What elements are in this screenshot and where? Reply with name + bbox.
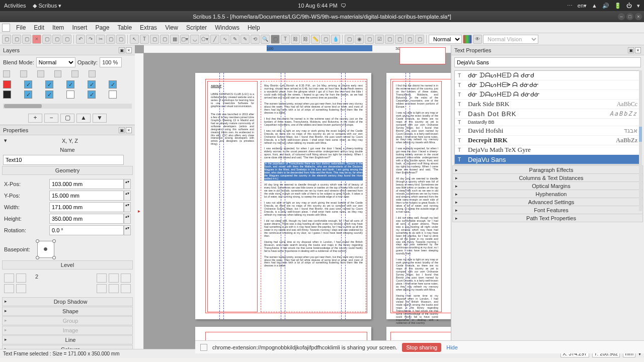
menu-insert[interactable]: Insert xyxy=(68,23,91,32)
select-icon[interactable]: ↖ xyxy=(130,35,139,44)
cms-icon[interactable] xyxy=(463,35,472,44)
close-button[interactable]: × xyxy=(635,13,642,20)
canvas[interactable]: 100300 ABOUT LIBRE GRAPHICS CLUB (LGC) i… xyxy=(135,45,451,349)
font-list-scrollbar[interactable] xyxy=(639,70,642,211)
pdf-link-icon[interactable]: ▢ xyxy=(415,35,424,44)
section-colours[interactable]: Colours xyxy=(2,345,133,349)
volume-icon[interactable]: 🔊 xyxy=(602,3,609,9)
font-option[interactable]: TDash Dot BRKAaBbZz xyxy=(455,109,640,119)
accordion-paragraph-effects[interactable]: ▸Paragraph Effects xyxy=(452,165,643,174)
vision-select[interactable]: Normal Vision xyxy=(483,35,538,44)
accordion-font-features[interactable]: ▸Font Features xyxy=(452,206,643,214)
level-down-icon[interactable] xyxy=(16,284,26,293)
undo-icon[interactable]: ↶ xyxy=(76,35,85,44)
layers-undock-icon[interactable]: ▣ xyxy=(119,47,125,53)
layer-add-button[interactable]: + xyxy=(28,114,42,123)
menu-edit[interactable]: Edit xyxy=(30,23,48,32)
accordion-path-text[interactable]: ▸Path Text Properties xyxy=(452,214,643,222)
pdf-list-icon[interactable]: ▢ xyxy=(395,35,404,44)
page-next-right[interactable] xyxy=(386,327,451,342)
menu-view[interactable]: View xyxy=(161,23,182,32)
copy-props-icon[interactable]: ▢ xyxy=(321,35,330,44)
blend-mode-select[interactable]: Normal xyxy=(36,57,75,67)
xpos-input[interactable] xyxy=(49,179,124,189)
save-icon[interactable]: ▢ xyxy=(22,35,31,44)
pdf-annot-icon[interactable]: ▢ xyxy=(405,35,414,44)
section-line[interactable]: Line xyxy=(2,335,133,344)
section-shape[interactable]: Shape xyxy=(2,307,133,316)
layers-close-icon[interactable]: × xyxy=(126,47,132,53)
props-close-icon[interactable]: × xyxy=(126,127,132,133)
pdf-radio-icon[interactable]: ◉ xyxy=(355,35,364,44)
font-option-selected[interactable]: TDejaVu Sans xyxy=(455,155,640,164)
unlink-frames-icon[interactable]: ⛓ xyxy=(301,35,310,44)
width-input[interactable] xyxy=(49,202,124,212)
font-option[interactable]: TDejaVu Math TeX Gyre xyxy=(455,145,640,155)
level-top-icon[interactable] xyxy=(4,274,14,283)
zoom-icon[interactable]: 🔍 xyxy=(261,35,270,44)
menu-extras[interactable]: Extras xyxy=(136,23,161,32)
noprint-icon[interactable] xyxy=(121,284,131,293)
group-icon[interactable] xyxy=(109,284,119,293)
rotate-icon[interactable]: ⟲ xyxy=(251,35,260,44)
menu-item[interactable]: Item xyxy=(48,23,68,32)
font-option[interactable]: Tᑯᓃ ᗪᗩᔕᕼᗴᗓ ᗩ ᑯᓃᑯᓃ xyxy=(455,80,640,90)
measure-icon[interactable]: 📏 xyxy=(311,35,320,44)
minimize-button[interactable]: – xyxy=(618,13,625,20)
accordion-hyphenation[interactable]: ▸Hyphenation xyxy=(452,190,643,198)
pdf-check-icon[interactable]: ☑ xyxy=(375,35,384,44)
accordion-columns[interactable]: ▸Columns & Text Distances xyxy=(452,173,643,182)
redo-icon[interactable]: ↷ xyxy=(86,35,95,44)
pdf-pushbutton-icon[interactable]: ▢ xyxy=(345,35,354,44)
xyz-section[interactable]: X, Y, Z xyxy=(9,138,131,144)
font-family-dropdown[interactable]: Tᑯᓃ ᗪᗩᔕᕼᗴᗪ ᗩ ᑯᓂᑯ Tᑯᓃ ᗪᗩᔕᕼᗴᗓ ᗩ ᑯᓃᑯᓃ Tᑯᓃ ᗪ… xyxy=(454,70,641,165)
close-doc-icon[interactable]: × xyxy=(32,35,41,44)
font-option[interactable]: TDastardly BB xyxy=(455,119,640,126)
edit-contents-icon[interactable]: ▢ xyxy=(271,35,280,44)
pdf-text-icon[interactable]: ▢ xyxy=(365,35,374,44)
accordion-optical-margins[interactable]: ▸Optical Margins xyxy=(452,182,643,190)
preview-mode-select[interactable]: Normal xyxy=(429,35,462,44)
activities-button[interactable]: Activities xyxy=(4,3,26,9)
page-right[interactable]: I find that the district he named is in … xyxy=(386,73,451,319)
layer-row[interactable]: ✓✓✓✓✓ xyxy=(3,79,132,89)
shape-icon[interactable]: ▢▾ xyxy=(180,35,189,44)
flip-v-icon[interactable] xyxy=(109,274,119,283)
network-icon[interactable]: ▲ xyxy=(592,3,597,9)
lock-size-icon[interactable] xyxy=(97,284,107,293)
arc-icon[interactable]: ◡ xyxy=(190,35,199,44)
font-option[interactable]: Tᑯᓃ ᗪᗩᔕᕼᗴᗪ ᗩ ᑯᓃᑯᓃ xyxy=(455,90,640,100)
app-indicator-icon[interactable]: ⋯ xyxy=(567,3,573,9)
preview-icon[interactable]: 👁 xyxy=(473,35,482,44)
font-option[interactable]: TDark Side BRKAaBbCc xyxy=(455,100,640,109)
notification-icon[interactable]: 🗨 xyxy=(341,3,346,9)
menu-file[interactable]: File xyxy=(12,23,30,32)
layer-list[interactable]: ✓✓✓✓✓ ✓✓✓ xyxy=(0,78,135,101)
hide-share-button[interactable]: Hide xyxy=(446,344,458,350)
layer-dup-button[interactable]: ▢ xyxy=(60,114,74,123)
menu-windows[interactable]: Windows xyxy=(211,23,244,32)
menu-scripter[interactable]: Scripter xyxy=(182,23,211,32)
new-icon[interactable]: ▢ xyxy=(2,35,11,44)
page-next-left[interactable] xyxy=(195,327,371,342)
level-bottom-icon[interactable] xyxy=(4,284,14,293)
menu-page[interactable]: Page xyxy=(91,23,113,32)
polygon-icon[interactable]: ⬠▾ xyxy=(200,35,209,44)
layer-down-button[interactable]: ▼ xyxy=(93,114,107,123)
layer-remove-button[interactable]: − xyxy=(44,114,58,123)
menu-table[interactable]: Table xyxy=(113,23,136,32)
paste-icon[interactable]: ▢ xyxy=(116,35,125,44)
link-frames-icon[interactable]: ⛓ xyxy=(291,35,300,44)
height-input[interactable] xyxy=(49,214,124,224)
stop-sharing-button[interactable]: Stop sharing xyxy=(402,343,441,352)
accordion-advanced[interactable]: ▸Advanced Settings xyxy=(452,198,643,206)
flip-h-icon[interactable] xyxy=(97,274,107,283)
battery-icon[interactable]: 🔋 xyxy=(614,3,621,9)
selected-text[interactable]: [In the population of Transylvania there… xyxy=(264,162,363,180)
edit-text-icon[interactable]: T xyxy=(281,35,290,44)
calligraphy-icon[interactable]: ✎ xyxy=(240,35,250,44)
font-option[interactable]: TDecrepit BRKAaBbZz xyxy=(455,136,640,145)
line-icon[interactable]: ╱ xyxy=(210,35,219,44)
image-frame-icon[interactable]: ▢ xyxy=(150,35,159,44)
font-option[interactable]: Tᑯᓃ ᗪᗩᔕᕼᗴᗪ ᗩ ᑯᓂᑯ xyxy=(455,71,640,80)
